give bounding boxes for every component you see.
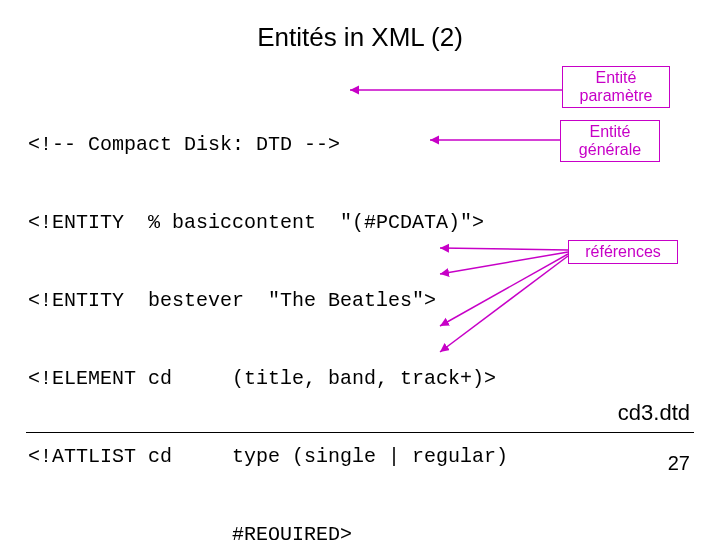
code-line: <!ATTLIST cd type (single | regular) (28, 444, 508, 470)
code-line: #REQUIRED> (28, 522, 508, 540)
code-block: <!-- Compact Disk: DTD --> <!ENTITY % ba… (28, 80, 508, 540)
code-line: <!ENTITY bestever "The Beatles"> (28, 288, 508, 314)
code-line: <!ENTITY % basiccontent "(#PCDATA)"> (28, 210, 508, 236)
annotation-references: références (568, 240, 678, 264)
annotation-param-entity: Entité paramètre (562, 66, 670, 108)
annotation-general-entity: Entité générale (560, 120, 660, 162)
slide: Entités in XML (2) <!-- Compact Disk: DT… (0, 0, 720, 540)
code-line: <!-- Compact Disk: DTD --> (28, 132, 508, 158)
page-number: 27 (668, 452, 690, 475)
divider (26, 432, 694, 433)
slide-title: Entités in XML (2) (0, 22, 720, 53)
code-line: <!ELEMENT cd (title, band, track+)> (28, 366, 508, 392)
file-name-label: cd3.dtd (618, 400, 690, 426)
